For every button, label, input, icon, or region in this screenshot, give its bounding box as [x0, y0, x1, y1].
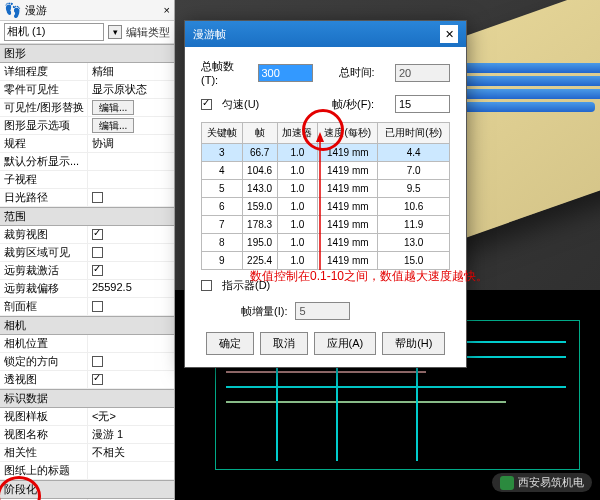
table-cell: 7.0	[378, 162, 450, 180]
table-header[interactable]: 速度(每秒)	[318, 123, 378, 144]
section-markdata: 标识数据	[0, 389, 174, 408]
edit-type-link[interactable]: 编辑类型	[126, 25, 170, 40]
table-cell: 7	[202, 216, 243, 234]
prop-key: 详细程度	[0, 63, 88, 80]
table-cell: 6	[202, 198, 243, 216]
table-cell: 4.4	[378, 144, 450, 162]
table-cell: 10.6	[378, 198, 450, 216]
edit-button[interactable]: 编辑...	[92, 100, 134, 115]
walkthrough-frames-dialog: 漫游帧 ✕ 总帧数(T): 总时间: 匀速(U) 帧/秒(F): 关键帧帧加速器…	[184, 20, 467, 368]
tab-label[interactable]: 漫游	[21, 3, 164, 18]
table-cell: 9.5	[378, 180, 450, 198]
uniform-speed-checkbox[interactable]	[201, 99, 212, 110]
table-cell: 9	[202, 252, 243, 270]
table-cell: 1.0	[277, 252, 318, 270]
close-icon[interactable]: ×	[164, 4, 170, 16]
total-frames-input[interactable]	[258, 64, 313, 82]
table-cell: 225.4	[242, 252, 277, 270]
table-cell: 1419 mm	[318, 198, 378, 216]
table-cell: 1.0	[277, 162, 318, 180]
footsteps-icon: 👣	[4, 2, 21, 18]
ok-button[interactable]: 确定	[206, 332, 254, 355]
edit-button[interactable]: 编辑...	[92, 118, 134, 133]
properties-panel: 👣 漫游 × 相机 (1) ▾ 编辑类型 图形 详细程度精细 零件可见性显示原状…	[0, 0, 175, 500]
table-cell: 13.0	[378, 234, 450, 252]
help-button[interactable]: 帮助(H)	[382, 332, 445, 355]
checkbox[interactable]	[92, 247, 103, 258]
frame-inc-input[interactable]	[295, 302, 350, 320]
prop-val[interactable]: 精细	[88, 63, 174, 80]
table-cell: 66.7	[242, 144, 277, 162]
table-row[interactable]: 4104.61.01419 mm7.0	[202, 162, 450, 180]
uniform-speed-label: 匀速(U)	[222, 97, 324, 112]
table-cell: 1.0	[277, 234, 318, 252]
table-cell: 11.9	[378, 216, 450, 234]
table-row[interactable]: 8195.01.01419 mm13.0	[202, 234, 450, 252]
table-cell: 1.0	[277, 180, 318, 198]
table-cell: 4	[202, 162, 243, 180]
panel-tab-row: 👣 漫游 ×	[0, 0, 174, 21]
table-cell: 1419 mm	[318, 144, 378, 162]
section-graphics: 图形	[0, 44, 174, 63]
table-cell: 1.0	[277, 144, 318, 162]
table-header[interactable]: 加速器	[277, 123, 318, 144]
section-scope: 范围	[0, 207, 174, 226]
annotation-text: 数值控制在0.1-10之间，数值越大速度越快。	[250, 268, 488, 285]
checkbox[interactable]	[92, 374, 103, 385]
section-camera: 相机	[0, 316, 174, 335]
table-row[interactable]: 9225.41.01419 mm15.0	[202, 252, 450, 270]
piping-system	[455, 60, 600, 150]
dialog-titlebar[interactable]: 漫游帧 ✕	[185, 21, 466, 47]
section-phasing: 阶段化	[0, 480, 174, 499]
table-header[interactable]: 已用时间(秒)	[378, 123, 450, 144]
table-cell: 5	[202, 180, 243, 198]
indicator-checkbox[interactable]	[201, 280, 212, 291]
checkbox[interactable]	[92, 356, 103, 367]
table-cell: 1419 mm	[318, 216, 378, 234]
table-cell: 1419 mm	[318, 234, 378, 252]
checkbox[interactable]	[92, 229, 103, 240]
table-header[interactable]: 关键帧	[202, 123, 243, 144]
fps-input[interactable]	[395, 95, 450, 113]
table-row[interactable]: 6159.01.01419 mm10.6	[202, 198, 450, 216]
table-cell: 15.0	[378, 252, 450, 270]
checkbox[interactable]	[92, 192, 103, 203]
checkbox[interactable]	[92, 265, 103, 276]
table-row[interactable]: 366.71.01419 mm4.4	[202, 144, 450, 162]
table-header[interactable]: 帧	[242, 123, 277, 144]
filter-icon[interactable]: ▾	[108, 25, 122, 39]
table-cell: 195.0	[242, 234, 277, 252]
table-cell: 159.0	[242, 198, 277, 216]
total-time-input[interactable]	[395, 64, 450, 82]
table-cell: 1.0	[277, 216, 318, 234]
dialog-title: 漫游帧	[193, 27, 226, 42]
apply-button[interactable]: 应用(A)	[314, 332, 377, 355]
total-time-label: 总时间:	[339, 65, 388, 80]
table-cell: 143.0	[242, 180, 277, 198]
table-cell: 3	[202, 144, 243, 162]
table-cell: 8	[202, 234, 243, 252]
camera-select[interactable]: 相机 (1)	[4, 23, 104, 41]
table-row[interactable]: 5143.01.01419 mm9.5	[202, 180, 450, 198]
table-cell: 104.6	[242, 162, 277, 180]
table-cell: 178.3	[242, 216, 277, 234]
watermark-badge: 西安易筑机电	[492, 473, 592, 492]
frame-inc-label: 帧增量(I):	[241, 304, 287, 319]
table-cell: 1.0	[277, 198, 318, 216]
table-row[interactable]: 7178.31.01419 mm11.9	[202, 216, 450, 234]
checkbox[interactable]	[92, 301, 103, 312]
close-button[interactable]: ✕	[440, 25, 458, 43]
wechat-icon	[500, 476, 514, 490]
table-cell: 1419 mm	[318, 252, 378, 270]
cancel-button[interactable]: 取消	[260, 332, 308, 355]
total-frames-label: 总帧数(T):	[201, 59, 250, 86]
keyframe-table: 关键帧帧加速器速度(每秒)已用时间(秒) 366.71.01419 mm4.44…	[201, 122, 450, 270]
fps-label: 帧/秒(F):	[332, 97, 387, 112]
table-cell: 1419 mm	[318, 162, 378, 180]
table-cell: 1419 mm	[318, 180, 378, 198]
